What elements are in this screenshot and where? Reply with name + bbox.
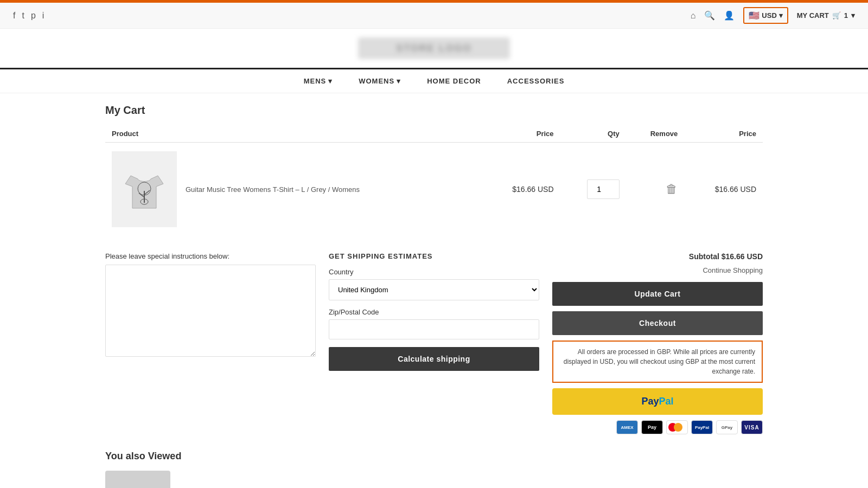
product-price: $16.66 USD (482, 143, 560, 236)
nav-item-womens[interactable]: WOMENS ▾ (359, 77, 401, 85)
country-label: Country (329, 268, 539, 276)
checkout-button[interactable]: Checkout (552, 311, 763, 335)
calculate-shipping-button[interactable]: Calculate shipping (329, 347, 539, 371)
col-header-price: Price (482, 125, 560, 143)
paypal-icon: PayPal (691, 420, 713, 434)
chevron-down-icon: ▾ (397, 77, 401, 85)
product-qty-cell (560, 143, 626, 236)
mastercard-icon (666, 420, 688, 434)
facebook-icon[interactable]: f (13, 11, 15, 21)
currency-selector[interactable]: 🇺🇸 USD ▾ (743, 7, 788, 24)
nav-item-mens[interactable]: MENS ▾ (304, 77, 333, 85)
instructions-area: Please leave special instructions below: (105, 252, 316, 358)
instructions-label: Please leave special instructions below: (105, 252, 316, 260)
logo[interactable]: STORE LOGO (358, 37, 510, 59)
country-select[interactable]: United Kingdom United States Canada Aust… (329, 279, 539, 300)
top-bar: f t p i ⌂ 🔍 👤 🇺🇸 USD ▾ MY CART 🛒 1 ▾ (0, 3, 868, 29)
amex-icon: AMEX (616, 420, 638, 434)
qty-input[interactable] (587, 179, 620, 199)
viewed-product[interactable] (105, 471, 170, 488)
bottom-section: Please leave special instructions below:… (105, 252, 763, 434)
tshirt-image-svg (123, 165, 166, 214)
continue-shopping-link[interactable]: Continue Shopping (552, 266, 763, 274)
product-name: Guitar Music Tree Womens T-Shirt – L / G… (186, 185, 360, 194)
nav-item-home-decor[interactable]: HOME DECOR (427, 77, 481, 85)
googlepay-icon: GPay (716, 420, 738, 434)
table-row: Guitar Music Tree Womens T-Shirt – L / G… (105, 143, 763, 236)
cart-label: MY CART (797, 11, 829, 20)
product-cell: Guitar Music Tree Womens T-Shirt – L / G… (105, 143, 482, 236)
zip-label: Zip/Postal Code (329, 308, 539, 316)
product-total: $16.66 USD (684, 143, 763, 236)
payment-icons-row: AMEX Pay PayPal GPay VISA (552, 420, 763, 434)
visa-icon: VISA (741, 420, 763, 434)
instagram-icon[interactable]: i (42, 11, 44, 21)
paypal-pal-text: Pal (659, 396, 674, 407)
pinterest-icon[interactable]: p (31, 11, 36, 21)
main-content: My Cart Product Price Qty Remove Price (92, 93, 776, 488)
col-header-qty: Qty (560, 125, 626, 143)
shipping-section-title: Get shipping estimates (329, 252, 539, 260)
subtotal-line: Subtotal $16.66 USD (552, 252, 763, 261)
home-icon[interactable]: ⌂ (691, 11, 696, 21)
cart-table: Product Price Qty Remove Price (105, 125, 763, 236)
update-cart-button[interactable]: Update Cart (552, 282, 763, 306)
search-icon[interactable]: 🔍 (704, 10, 715, 21)
cart-dropdown-icon: ▾ (851, 11, 855, 20)
you-also-viewed: You also Viewed (105, 451, 763, 488)
top-right-area: ⌂ 🔍 👤 🇺🇸 USD ▾ MY CART 🛒 1 ▾ (691, 7, 855, 24)
main-nav: MENS ▾ WOMENS ▾ HOME DECOR ACCESSORIES (0, 69, 868, 93)
cart-count: 1 (844, 11, 848, 20)
currency-dropdown-icon: ▾ (779, 11, 783, 20)
nav-item-accessories[interactable]: ACCESSORIES (507, 77, 565, 85)
instructions-textarea[interactable] (105, 265, 316, 357)
paypal-pay-text: Pay (641, 396, 659, 407)
col-header-total: Price (684, 125, 763, 143)
product-image (112, 151, 177, 227)
col-header-remove: Remove (626, 125, 685, 143)
cart-area[interactable]: MY CART 🛒 1 ▾ (797, 11, 855, 20)
us-flag-icon: 🇺🇸 (749, 10, 760, 21)
shipping-estimates-area: Get shipping estimates Country United Ki… (329, 252, 539, 371)
col-header-product: Product (105, 125, 482, 143)
gbp-notice: All orders are processed in GBP. While a… (552, 341, 763, 383)
social-icons: f t p i (13, 11, 44, 21)
you-viewed-title: You also Viewed (105, 451, 763, 462)
cart-icon: 🛒 (832, 11, 841, 20)
applepay-icon: Pay (641, 420, 663, 434)
chevron-down-icon: ▾ (328, 77, 333, 85)
paypal-button[interactable]: PayPal (552, 388, 763, 415)
twitter-icon[interactable]: t (22, 11, 24, 21)
user-icon[interactable]: 👤 (724, 10, 735, 21)
page-title: My Cart (105, 104, 763, 117)
order-summary-area: Subtotal $16.66 USD Continue Shopping Up… (552, 252, 763, 434)
product-remove-cell: 🗑 (626, 143, 685, 236)
zip-input[interactable] (329, 319, 539, 339)
logo-area: STORE LOGO (0, 29, 868, 69)
remove-item-icon[interactable]: 🗑 (666, 182, 678, 196)
currency-label: USD (762, 11, 776, 20)
